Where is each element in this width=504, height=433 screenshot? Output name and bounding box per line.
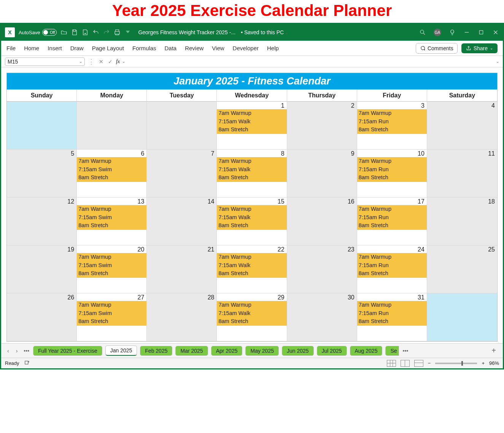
calendar-cell[interactable]: 28 — [147, 293, 217, 341]
calendar-cell[interactable]: 37am Warmup7:15am Run8am Stretch — [357, 102, 427, 150]
date-number: 21 — [147, 245, 216, 253]
ribbon-tab-page-layout[interactable]: Page Layout — [92, 45, 124, 51]
worksheet-area[interactable]: January 2025 - Fitness Calendar SundayMo… — [1, 67, 503, 343]
sheet-nav-prev[interactable]: ‹ — [5, 348, 11, 354]
undo-icon[interactable] — [92, 29, 99, 36]
search-icon[interactable] — [419, 29, 426, 36]
ribbon-tab-home[interactable]: Home — [24, 45, 39, 51]
ribbon-tab-developer[interactable]: Developer — [233, 45, 259, 51]
calendar-cell[interactable]: 26 — [7, 293, 77, 341]
calendar-cell[interactable]: 14 — [147, 197, 217, 245]
sheet-nav-next[interactable]: › — [14, 348, 20, 354]
calendar-cell[interactable]: 25 — [427, 245, 497, 293]
sheet-tab[interactable]: Apr 2025 — [211, 346, 243, 356]
calendar-cell[interactable]: 17am Warmup7:15am Walk8am Stretch — [217, 102, 287, 150]
sheet-tab[interactable]: Mar 2025 — [175, 346, 208, 356]
sheet-nav-more-left[interactable]: ••• — [22, 348, 31, 354]
sheet-tab[interactable]: Se — [385, 346, 399, 356]
calendar-cell[interactable]: 11 — [427, 150, 497, 197]
calendar-cell[interactable]: 177am Warmup7:15am Run8am Stretch — [357, 197, 427, 245]
ribbon-tab-review[interactable]: Review — [185, 45, 204, 51]
sheet-tab[interactable]: Feb 2025 — [140, 346, 172, 356]
saved-status[interactable]: • Saved to this PC ⌄ — [241, 29, 288, 35]
calendar-cell[interactable]: 4 — [427, 102, 497, 150]
sheet-tab[interactable]: May 2025 — [245, 346, 278, 356]
calendar-cell[interactable]: 16 — [287, 197, 357, 245]
calendar-cell[interactable]: 9 — [287, 150, 357, 197]
calendar-cell[interactable]: 7 — [147, 150, 217, 197]
ribbon-tab-view[interactable]: View — [212, 45, 224, 51]
calendar-cell[interactable]: 87am Warmup7:15am Walk8am Stretch — [217, 150, 287, 197]
ribbon-tab-formulas[interactable]: Formulas — [132, 45, 156, 51]
calendar-cell[interactable]: 30 — [287, 293, 357, 341]
comments-button[interactable]: Comments — [416, 43, 458, 54]
calendar-cell[interactable]: 207am Warmup7:15am Swim8am Stretch — [77, 245, 147, 293]
ribbon-tab-help[interactable]: Help — [267, 45, 279, 51]
view-normal-icon[interactable] — [387, 360, 396, 367]
sheet-tab[interactable]: Jul 2025 — [317, 346, 347, 356]
minimize-icon[interactable] — [463, 29, 470, 36]
calendar-cell[interactable]: 277am Warmup7:15am Swim8am Stretch — [77, 293, 147, 341]
ribbon-tab-insert[interactable]: Insert — [48, 45, 62, 51]
expand-formula-icon[interactable]: ⌄ — [496, 59, 499, 64]
sheet-tab[interactable]: Full Year 2025 - Exercise — [33, 346, 102, 356]
date-number — [147, 102, 216, 102]
workout-line: 8am Stretch — [77, 317, 146, 326]
open-icon[interactable] — [60, 29, 67, 36]
account-avatar[interactable]: GA — [434, 29, 441, 36]
view-page-break-icon[interactable] — [414, 360, 423, 367]
calendar-cell[interactable]: 2 — [287, 102, 357, 150]
calendar-cell[interactable]: 317am Warmup7:15am Run8am Stretch — [357, 293, 427, 341]
ribbon-tab-data[interactable]: Data — [164, 45, 176, 51]
calendar-cell[interactable] — [427, 293, 497, 341]
zoom-level[interactable]: 96% — [489, 360, 499, 366]
calendar-cell[interactable]: 297am Warmup7:15am Walk8am Stretch — [217, 293, 287, 341]
calendar-cell[interactable]: 21 — [147, 245, 217, 293]
sheet-tab[interactable]: Aug 2025 — [350, 346, 383, 356]
calendar-cell[interactable]: 137am Warmup7:15am Swim8am Stretch — [77, 197, 147, 245]
maximize-icon[interactable] — [478, 29, 485, 36]
calendar-cell[interactable]: 18 — [427, 197, 497, 245]
calendar-cell[interactable]: 157am Warmup7:15am Walk8am Stretch — [217, 197, 287, 245]
zoom-out-button[interactable]: − — [428, 360, 431, 366]
calendar-cell[interactable] — [147, 102, 217, 150]
formula-input[interactable] — [127, 57, 494, 66]
ribbon-tab-draw[interactable]: Draw — [70, 45, 84, 51]
calendar-cell[interactable]: 107am Warmup7:15am Run8am Stretch — [357, 150, 427, 197]
sheet-nav-more-right[interactable]: ••• — [401, 348, 410, 354]
add-sheet-button[interactable]: + — [488, 346, 499, 355]
calendar-cell[interactable]: 67am Warmup7:15am Swim8am Stretch — [77, 150, 147, 197]
toggle-off-icon[interactable]: Off — [42, 29, 57, 36]
print-icon[interactable] — [114, 29, 121, 36]
excel-window: X AutoSave Off Georges Fitness Weight Tr… — [0, 23, 504, 369]
cancel-formula-icon[interactable]: ✕ — [98, 59, 105, 65]
calendar-cell[interactable] — [7, 102, 77, 150]
save-icon[interactable] — [71, 29, 78, 36]
ribbon-tab-file[interactable]: File — [6, 45, 16, 51]
name-box[interactable]: M15⌄ — [5, 57, 85, 66]
redo-icon[interactable] — [103, 29, 110, 36]
accept-formula-icon[interactable]: ✓ — [107, 59, 114, 65]
zoom-in-button[interactable]: + — [482, 360, 485, 366]
calendar-cell[interactable]: 12 — [7, 197, 77, 245]
sheet-tab[interactable]: Jan 2025 — [105, 345, 137, 356]
zoom-slider[interactable] — [435, 363, 477, 364]
close-icon[interactable] — [492, 29, 499, 36]
macro-record-icon[interactable] — [24, 360, 30, 366]
dow-header: Sunday — [7, 89, 77, 102]
fx-icon[interactable]: fx — [116, 59, 120, 65]
date-number: 25 — [427, 245, 497, 253]
calendar-cell[interactable] — [77, 102, 147, 150]
sheet-tab[interactable]: Jun 2025 — [282, 346, 314, 356]
lightbulb-icon[interactable] — [449, 29, 456, 36]
calendar-cell[interactable]: 5 — [7, 150, 77, 197]
calendar-cell[interactable]: 23 — [287, 245, 357, 293]
save-variant-icon[interactable] — [82, 29, 89, 36]
calendar-cell[interactable]: 227am Warmup7:15am Walk8am Stretch — [217, 245, 287, 293]
calendar-cell[interactable]: 19 — [7, 245, 77, 293]
calendar-cell[interactable]: 247am Warmup7:15am Run8am Stretch — [357, 245, 427, 293]
view-page-layout-icon[interactable] — [401, 360, 410, 367]
qat-overflow-icon[interactable] — [124, 29, 131, 36]
autosave-toggle[interactable]: AutoSave Off — [19, 29, 57, 36]
share-button[interactable]: Share ⌄ — [461, 43, 498, 53]
